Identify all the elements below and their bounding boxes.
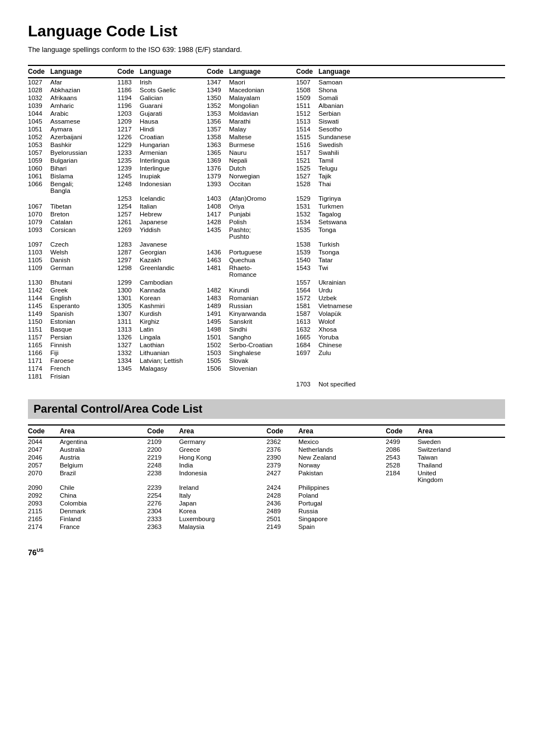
- lang-code-cell: 1313: [117, 325, 140, 333]
- lang-name-cell: Chinese: [318, 341, 505, 349]
- lang-code-cell: 1463: [207, 256, 229, 264]
- lang-name-cell: Guarani: [140, 102, 207, 110]
- area-name-cell: New Zealand: [298, 453, 386, 461]
- lang-code-cell: 1502: [207, 341, 229, 349]
- lang-code-cell: 1684: [296, 341, 318, 349]
- area-code-cell: 2109: [147, 437, 179, 446]
- lang-name-cell: Maltese: [229, 133, 296, 141]
- area-name-cell: Japan: [179, 499, 266, 507]
- lang-code-cell: 1347: [207, 78, 229, 86]
- table-row: 1105Danish1297Kazakh1463Quechua1540Tatar: [28, 256, 505, 264]
- lang-code-cell: 1103: [28, 248, 50, 256]
- area-col-area1: Area: [60, 425, 147, 437]
- lang-name-cell: Kashmiri: [140, 302, 207, 310]
- lang-name-cell: Interlingua: [140, 157, 207, 164]
- lang-code-cell: 1332: [117, 349, 140, 357]
- lang-name-cell: Aymara: [50, 125, 117, 133]
- area-name-cell: [417, 484, 505, 492]
- lang-code-cell: 1511: [296, 102, 318, 110]
- lang-name-cell: Turkish: [318, 240, 505, 248]
- area-code-cell: 2092: [28, 492, 60, 499]
- lang-name-cell: Hebrew: [140, 210, 207, 218]
- table-row: 2044Argentina2109Germany2362Mexico2499Sw…: [28, 437, 505, 446]
- table-row: 1166Fiji1332Lithuanian1503Singhalese1697…: [28, 349, 505, 357]
- area-code-cell: 2248: [147, 461, 179, 469]
- table-row: 2046Austria2219Hong Kong2390New Zealand2…: [28, 453, 505, 461]
- lang-name-cell: Swedish: [318, 141, 505, 149]
- lang-code-cell: 1482: [207, 286, 229, 294]
- lang-code-cell: 1144: [28, 294, 50, 302]
- lang-code-cell: 1327: [117, 341, 140, 349]
- table-row: 1149Spanish1307Kurdish1491Kinyarwanda158…: [28, 310, 505, 318]
- area-name-cell: Poland: [298, 492, 386, 499]
- area-name-cell: Ireland: [179, 484, 266, 492]
- lang-code-cell: 1529: [296, 195, 318, 202]
- lang-name-cell: [229, 278, 296, 286]
- lang-code-cell: 1027: [28, 78, 50, 86]
- lang-name-cell: Twi: [318, 264, 505, 278]
- area-name-cell: Belgium: [60, 461, 147, 469]
- lang-name-cell: Finnish: [50, 341, 117, 349]
- lang-code-cell: 1353: [207, 110, 229, 117]
- lang-name-cell: Serbian: [318, 110, 505, 117]
- lang-code-cell: [296, 357, 318, 365]
- table-row: 1145Esperanto1305Kashmiri1489Russian1581…: [28, 302, 505, 310]
- lang-code-cell: 1350: [207, 94, 229, 102]
- lang-code-cell: 1300: [117, 286, 140, 294]
- lang-name-cell: Shona: [318, 86, 505, 94]
- lang-code-cell: 1151: [28, 325, 50, 333]
- table-row: 1053Bashkir1229Hungarian1363Burmese1516S…: [28, 141, 505, 149]
- area-code-cell: 2046: [28, 453, 60, 461]
- lang-name-cell: Esperanto: [50, 302, 117, 310]
- area-name-cell: Denmark: [60, 507, 147, 515]
- lang-code-cell: 1287: [117, 248, 140, 256]
- lang-name-cell: Assamese: [50, 117, 117, 125]
- lang-col-code4: Code: [296, 65, 318, 78]
- area-name-cell: Philippines: [298, 484, 386, 492]
- lang-name-cell: Afar: [50, 78, 117, 86]
- lang-code-cell: 1051: [28, 125, 50, 133]
- lang-code-cell: 1203: [117, 110, 140, 117]
- lang-code-cell: 1435: [207, 226, 229, 240]
- lang-code-cell: 1512: [296, 110, 318, 117]
- lang-code-cell: 1369: [207, 157, 229, 164]
- lang-code-cell: 1572: [296, 294, 318, 302]
- lang-code-cell: 1105: [28, 256, 50, 264]
- table-row: 1060Bihari1239Interlingue1376Dutch1525Te…: [28, 164, 505, 172]
- lang-code-cell: 1613: [296, 318, 318, 325]
- lang-name-cell: [229, 240, 296, 248]
- lang-name-cell: Slovenian: [229, 365, 296, 372]
- area-name-cell: [417, 507, 505, 515]
- lang-name-cell: Greenlandic: [140, 264, 207, 278]
- lang-col-code3: Code: [207, 65, 229, 78]
- lang-code-cell: 1428: [207, 218, 229, 226]
- lang-code-cell: 1157: [28, 333, 50, 341]
- area-code-cell: [386, 507, 417, 515]
- lang-code-cell: 1093: [28, 226, 50, 240]
- lang-code-cell: 1703: [296, 380, 318, 388]
- area-name-cell: Portugal: [298, 499, 386, 507]
- area-name-cell: UnitedKingdom: [417, 469, 505, 484]
- lang-name-cell: Maori: [229, 78, 296, 86]
- lang-name-cell: Azerbaijani: [50, 133, 117, 141]
- lang-code-cell: 1543: [296, 264, 318, 278]
- lang-name-cell: Italian: [140, 202, 207, 210]
- lang-code-cell: 1070: [28, 210, 50, 218]
- lang-code-cell: 1209: [117, 117, 140, 125]
- lang-name-cell: Abkhazian: [50, 86, 117, 94]
- lang-name-cell: Laothian: [140, 341, 207, 349]
- lang-name-cell: Vietnamese: [318, 302, 505, 310]
- lang-code-cell: 1044: [28, 110, 50, 117]
- area-code-cell: 2499: [386, 437, 417, 446]
- lang-name-cell: Danish: [50, 256, 117, 264]
- area-code-cell: 2044: [28, 437, 60, 446]
- lang-code-cell: 1299: [117, 278, 140, 286]
- area-name-cell: Hong Kong: [179, 453, 266, 461]
- lang-name-cell: Galician: [140, 94, 207, 102]
- table-row: 1027Afar1183Irish1347Maori1507Samoan: [28, 78, 505, 86]
- table-row: 2057Belgium2248India2379Norway2528Thaila…: [28, 461, 505, 469]
- lang-code-cell: 1045: [28, 117, 50, 125]
- page-title: Language Code List: [28, 22, 505, 40]
- lang-name-cell: Siswati: [318, 117, 505, 125]
- table-row: 2092China2254Italy2428Poland: [28, 492, 505, 499]
